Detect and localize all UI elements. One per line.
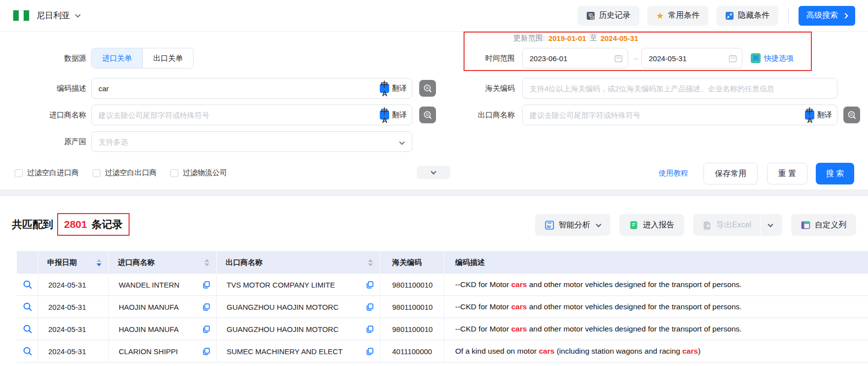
table-header-hs-code: 海关编码 <box>380 251 444 274</box>
divider <box>761 214 761 236</box>
importer-similar-search-button[interactable] <box>419 107 436 123</box>
magnifier-icon <box>22 301 33 312</box>
checkbox-unchecked[interactable] <box>15 169 23 177</box>
filter-label: 过滤空白出口商 <box>105 168 157 178</box>
table-row: 2024-05-31 HAOJIN MANUFA GUANGZHOU HAOJI… <box>17 296 868 318</box>
row-detail-button[interactable] <box>17 274 38 295</box>
table-header-code-description: 编码描述 <box>444 251 868 274</box>
collapse-form-button[interactable] <box>417 166 450 179</box>
calendar-icon[interactable] <box>614 54 623 63</box>
table-header-declaration-date[interactable]: 申报日期 <box>38 251 109 274</box>
time-range-label: 时间范围 <box>446 48 515 69</box>
smart-analysis-button[interactable]: BI 智能分析 <box>535 214 610 236</box>
reset-button[interactable]: 重 置 <box>767 163 807 184</box>
custom-columns-button[interactable]: 自定义列 <box>791 214 856 236</box>
chevron-down-icon[interactable] <box>768 221 773 227</box>
hide-conditions-label: 隐藏条件 <box>738 10 769 21</box>
header-label: 海关编码 <box>392 258 422 267</box>
update-range-end: 2024-05-31 <box>601 34 638 42</box>
quick-options-button[interactable]: 快捷选项 <box>751 48 794 69</box>
row-description: Of a kind used on motor cars (including … <box>444 340 868 362</box>
calendar-icon[interactable] <box>729 54 737 63</box>
origin-country-label: 原产国 <box>15 131 86 152</box>
sort-icon[interactable] <box>368 259 373 266</box>
filter-blank-importer[interactable]: 过滤空白进口商 <box>15 168 79 178</box>
copy-icon[interactable] <box>366 303 374 311</box>
exporter-similar-search-button[interactable] <box>843 107 860 123</box>
sort-icon[interactable] <box>204 259 209 266</box>
row-hs-code: 4011100000 <box>380 340 444 362</box>
row-exporter: GUANGZHOU HAOJIN MOTORC <box>217 296 380 318</box>
table-header-exporter[interactable]: 出口商名称 <box>217 251 380 274</box>
table-header-importer[interactable]: 进口商名称 <box>109 251 217 274</box>
translate-button[interactable]: 翻译 <box>380 110 407 120</box>
country-selector[interactable]: 尼日利亚 <box>13 10 80 21</box>
table-row: 2024-05-31 CLARION SHIPPI SUMEC MACHINER… <box>17 340 868 363</box>
update-range-to: 至 <box>590 34 597 43</box>
record-count-annotation-box: 2801 条记录 <box>57 213 130 236</box>
origin-country-input[interactable] <box>92 132 412 151</box>
topbar: 尼日利亚 历史记录 常用条件 隐藏条件 高级搜索 <box>0 0 868 32</box>
row-exporter: GUANGZHOU HAOJIN MOTORC <box>217 318 380 340</box>
row-importer: HAOJIN MANUFA <box>109 296 217 318</box>
header-label: 申报日期 <box>47 258 77 267</box>
row-detail-button[interactable] <box>17 318 38 340</box>
record-count-suffix: 条记录 <box>92 218 123 231</box>
hs-code-input[interactable] <box>523 78 837 98</box>
copy-icon[interactable] <box>202 303 210 311</box>
row-date: 2024-05-31 <box>38 340 109 362</box>
code-description-input[interactable] <box>92 78 412 98</box>
importer-input[interactable] <box>92 105 412 125</box>
exporter-input[interactable] <box>523 105 837 125</box>
advanced-search-button[interactable]: 高级搜索 <box>799 6 855 26</box>
copy-icon[interactable] <box>366 281 374 289</box>
update-range-start: 2019-01-01 <box>548 34 586 42</box>
export-excel-button[interactable]: 导出Excel <box>693 214 782 236</box>
date-range-separator: – <box>632 48 640 69</box>
history-button[interactable]: 历史记录 <box>577 6 639 26</box>
checkbox-unchecked[interactable] <box>93 169 100 177</box>
end-date-input[interactable] <box>642 48 742 68</box>
translate-label: 翻译 <box>392 110 407 120</box>
copy-icon[interactable] <box>366 347 374 356</box>
translate-icon <box>380 110 389 120</box>
search-lines-icon <box>423 110 433 120</box>
row-exporter-name: SUMEC MACHINERY AND ELECT <box>227 347 342 356</box>
code-description-similar-search-button[interactable] <box>419 80 436 97</box>
save-favorite-button[interactable]: 保存常用 <box>703 163 758 184</box>
table-header-row: 申报日期 进口商名称 出口商名称 海关编码 编码描述 <box>17 251 868 274</box>
translate-button[interactable]: 翻译 <box>380 84 407 93</box>
tab-export-declarations[interactable]: 出口关单 <box>142 48 193 68</box>
checkbox-unchecked[interactable] <box>170 169 178 177</box>
search-button[interactable]: 搜 索 <box>816 163 854 184</box>
filter-logistics-company[interactable]: 过滤物流公司 <box>170 168 227 178</box>
copy-icon[interactable] <box>202 281 210 289</box>
enter-report-button[interactable]: 进入报告 <box>619 214 684 236</box>
favorites-label: 常用条件 <box>668 10 700 21</box>
row-detail-button[interactable] <box>17 296 38 318</box>
match-prefix: 共匹配到 <box>12 218 53 231</box>
chevron-down-icon <box>75 12 80 17</box>
tutorial-link[interactable]: 使用教程 <box>659 169 688 178</box>
data-source-tabs: 进口关单 出口关单 <box>91 48 194 69</box>
copy-icon[interactable] <box>202 347 210 356</box>
row-exporter: SUMEC MACHINERY AND ELECT <box>217 340 380 362</box>
tab-import-declarations[interactable]: 进口关单 <box>92 48 142 68</box>
translate-button[interactable]: 翻译 <box>805 110 832 120</box>
magnifier-icon <box>22 324 33 334</box>
copy-icon[interactable] <box>366 325 374 333</box>
filter-label: 过滤物流公司 <box>183 168 227 178</box>
hs-code-label: 海关编码 <box>446 78 515 99</box>
start-date-input[interactable] <box>523 48 628 68</box>
hide-conditions-button[interactable]: 隐藏条件 <box>716 6 778 26</box>
update-range-note: 更新范围: 2019-01-01 至 2024-05-31 <box>513 34 638 43</box>
favorites-button[interactable]: 常用条件 <box>647 6 708 26</box>
row-detail-button[interactable] <box>17 340 38 362</box>
search-lines-icon <box>423 83 433 93</box>
trade-search-page: 尼日利亚 历史记录 常用条件 隐藏条件 高级搜索 数据源 <box>0 0 868 366</box>
translate-icon <box>380 84 389 93</box>
sort-icon[interactable] <box>97 259 101 266</box>
table-row: 2024-05-31 HAOJIN MANUFA GUANGZHOU HAOJI… <box>17 318 868 340</box>
filter-blank-exporter[interactable]: 过滤空白出口商 <box>93 168 157 178</box>
copy-icon[interactable] <box>202 325 210 333</box>
